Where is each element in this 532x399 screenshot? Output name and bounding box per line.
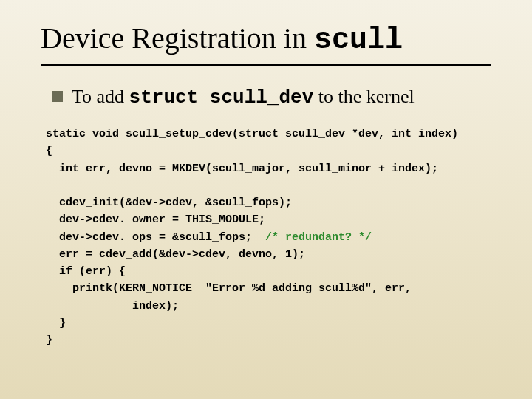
code-line: index); — [46, 300, 179, 313]
code-line: } — [46, 334, 52, 347]
slide-body: To add struct scull_dev to the kernel st… — [0, 66, 532, 349]
code-block: static void scull_setup_cdev(struct scul… — [46, 126, 491, 349]
bullet-suffix: to the kernel — [313, 86, 414, 107]
code-line: if (err) { — [46, 265, 126, 278]
code-comment: /* redundant? */ — [265, 231, 372, 244]
code-line: printk(KERN_NOTICE "Error %d adding scul… — [46, 282, 412, 295]
bullet-code: struct scull_dev — [129, 86, 314, 109]
square-bullet-icon — [52, 91, 63, 102]
slide: Device Registration in scull To add stru… — [0, 0, 532, 399]
code-line: } — [46, 317, 66, 330]
title-area: Device Registration in scull — [0, 0, 532, 57]
slide-title: Device Registration in scull — [41, 22, 491, 57]
code-line: static void scull_setup_cdev(struct scul… — [46, 128, 458, 140]
code-line: { — [46, 145, 52, 157]
code-line: dev->cdev. owner = THIS_MODULE; — [46, 214, 265, 226]
code-line: cdev_init(&dev->cdev, &scull_fops); — [46, 197, 292, 209]
bullet-prefix: To add — [72, 86, 129, 107]
title-code: scull — [314, 24, 403, 57]
bullet-text: To add struct scull_dev to the kernel — [72, 85, 415, 109]
code-line: int err, devno = MKDEV(scull_major, scul… — [46, 163, 438, 175]
code-line: dev->cdev. ops = &scull_fops; — [46, 231, 265, 244]
code-line: err = cdev_add(&dev->cdev, devno, 1); — [46, 248, 305, 261]
bullet-item: To add struct scull_dev to the kernel — [52, 85, 491, 109]
title-text: Device Registration in — [41, 21, 314, 55]
